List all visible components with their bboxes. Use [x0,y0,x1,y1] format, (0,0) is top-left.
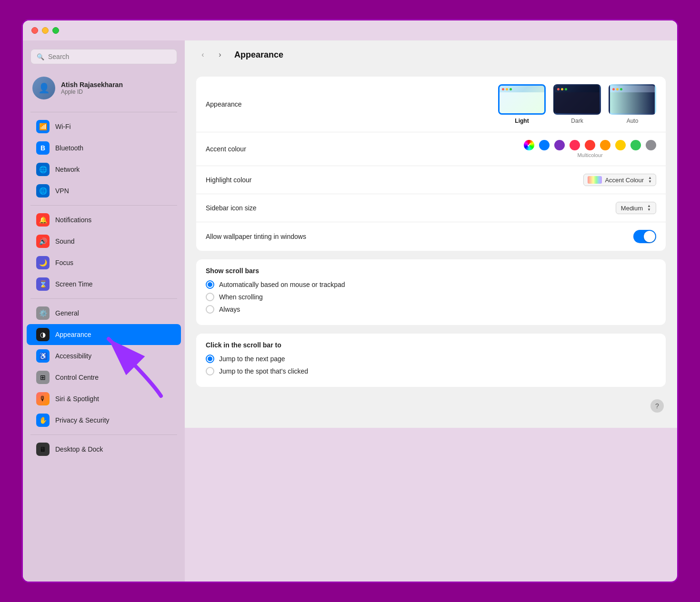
appearance-icon: ◑ [36,328,50,341]
accent-colour-control: Multicolour [524,140,656,158]
sidebar-item-label-desktop-dock: Desktop & Dock [55,445,103,453]
sidebar-item-siri-spotlight[interactable]: 🎙 Siri & Spotlight [27,388,181,409]
sidebar-section-system: 🔔 Notifications 🔊 Sound 🌙 Focus [23,209,185,295]
color-swatch-yellow[interactable] [615,140,626,150]
scroll-auto-radio[interactable] [206,280,214,289]
close-button[interactable] [31,27,38,34]
color-swatch-orange[interactable] [600,140,610,150]
thumb-dot-green-auto [620,88,622,90]
color-row [524,140,656,150]
highlight-swatch [588,176,602,184]
click-spot-option[interactable]: Jump to the spot that's clicked [206,367,656,375]
scroll-auto-option[interactable]: Automatically based on mouse or trackpad [206,280,656,289]
color-swatch-red[interactable] [585,140,595,150]
sidebar-item-label-control-centre: Control Centre [55,374,99,381]
scroll-scrolling-label: When scrolling [219,293,263,301]
screen-time-icon: ⌛ [36,277,50,291]
appearance-light-label: Light [515,118,529,124]
sidebar-item-screen-time[interactable]: ⌛ Screen Time [27,274,181,295]
sidebar-item-network[interactable]: 🌐 Network [27,159,181,180]
appearance-option-light[interactable]: Light [498,84,546,124]
thumb-dot-red [502,88,504,90]
sidebar-item-label-appearance: Appearance [55,331,91,338]
color-swatch-green[interactable] [630,140,641,150]
appearance-auto-label: Auto [627,118,639,124]
search-input[interactable] [48,53,171,60]
color-swatch-graphite[interactable] [646,140,656,150]
thumb-dot-red-auto [612,88,615,90]
scroll-always-label: Always [219,306,240,313]
sidebar-item-general[interactable]: ⚙️ General [27,303,181,324]
wallpaper-tinting-toggle[interactable] [633,230,656,243]
scroll-bars-card: Show scroll bars Automatically based on … [196,259,666,325]
scroll-always-option[interactable]: Always [206,305,656,314]
sidebar-item-label-siri-spotlight: Siri & Spotlight [55,395,99,403]
main-content: 🔍 👤 Atish Rajasekharan Apple ID 📶 Wi-Fi [23,40,677,582]
sidebar-item-focus[interactable]: 🌙 Focus [27,252,181,273]
search-box[interactable]: 🔍 [30,49,177,64]
forward-button[interactable]: › [213,48,227,61]
color-swatch-multicolour[interactable] [524,140,534,150]
thumb-dot-yellow [506,88,508,90]
privacy-security-icon: ✋ [36,414,50,427]
thumb-dot-yellow-dark [561,88,563,90]
back-button[interactable]: ‹ [196,48,210,61]
highlight-stepper[interactable]: ▲ ▼ [648,176,652,184]
sidebar-item-desktop-dock[interactable]: 🖥 Desktop & Dock [27,439,181,460]
help-button[interactable]: ? [650,399,664,413]
highlight-value: Accent Colour [605,177,644,184]
sidebar-item-sound[interactable]: 🔊 Sound [27,231,181,252]
detail-body: Appearance [185,69,677,428]
sidebar-item-control-centre[interactable]: ⊞ Control Centre [27,367,181,388]
minimize-button[interactable] [42,27,49,34]
bluetooth-icon: B [36,141,50,155]
click-scroll-title: Click in the scroll bar to [206,341,656,349]
scroll-always-radio[interactable] [206,305,214,314]
appearance-option-dark[interactable]: Dark [553,84,601,124]
sidebar-divider-1 [30,112,177,112]
sidebar-item-accessibility[interactable]: ♿ Accessibility [27,345,181,366]
click-spot-radio[interactable] [206,367,214,375]
click-next-page-radio[interactable] [206,355,214,363]
click-spot-label: Jump to the spot that's clicked [219,367,308,375]
sidebar-item-appearance[interactable]: ◑ Appearance [27,324,181,345]
sound-icon: 🔊 [36,235,50,248]
scroll-scrolling-option[interactable]: When scrolling [206,293,656,301]
sidebar-item-wifi[interactable]: 📶 Wi-Fi [27,116,181,137]
highlight-dropdown[interactable]: Accent Colour ▲ ▼ [583,174,656,186]
main-window: 🔍 👤 Atish Rajasekharan Apple ID 📶 Wi-Fi [21,19,679,583]
traffic-lights [31,27,59,34]
sidebar-stepper-down[interactable]: ▼ [647,208,651,212]
user-name: Atish Rajasekharan [61,81,123,89]
sidebar-icon-size-dropdown[interactable]: Medium ▲ ▼ [616,202,656,214]
wallpaper-tinting-control [633,230,656,243]
color-swatch-purple[interactable] [554,140,565,150]
appearance-row: Appearance [196,77,666,132]
user-profile[interactable]: 👤 Atish Rajasekharan Apple ID [23,72,185,108]
appearance-card: Appearance [196,77,666,251]
sidebar-item-label-wifi: Wi-Fi [55,123,71,130]
maximize-button[interactable] [52,27,59,34]
sidebar-item-notifications[interactable]: 🔔 Notifications [27,209,181,230]
sidebar-item-label-accessibility: Accessibility [55,352,91,360]
user-subtitle: Apple ID [61,89,123,95]
sidebar-item-privacy-security[interactable]: ✋ Privacy & Security [27,410,181,431]
sidebar-item-vpn[interactable]: 🌐 VPN [27,180,181,201]
avatar: 👤 [32,77,55,99]
sidebar-section-desktop: 🖥 Desktop & Dock [23,439,185,460]
color-swatch-pink[interactable] [570,140,580,150]
click-scroll-card: Click in the scroll bar to Jump to the n… [196,334,666,387]
detail-header: ‹ › Appearance [185,40,677,69]
stepper-down[interactable]: ▼ [648,180,652,184]
multicolour-label: Multicolour [577,152,602,158]
scroll-auto-radio-inner [208,282,212,287]
scroll-scrolling-radio[interactable] [206,293,214,301]
sidebar-item-label-bluetooth: Bluetooth [55,144,83,152]
click-next-page-option[interactable]: Jump to the next page [206,355,656,363]
color-swatch-blue[interactable] [539,140,550,150]
sidebar-size-stepper[interactable]: ▲ ▼ [647,204,651,212]
general-icon: ⚙️ [36,306,50,320]
sidebar-item-bluetooth[interactable]: B Bluetooth [27,138,181,158]
appearance-option-auto[interactable]: Auto [609,84,656,124]
sidebar-divider-2 [30,205,177,206]
